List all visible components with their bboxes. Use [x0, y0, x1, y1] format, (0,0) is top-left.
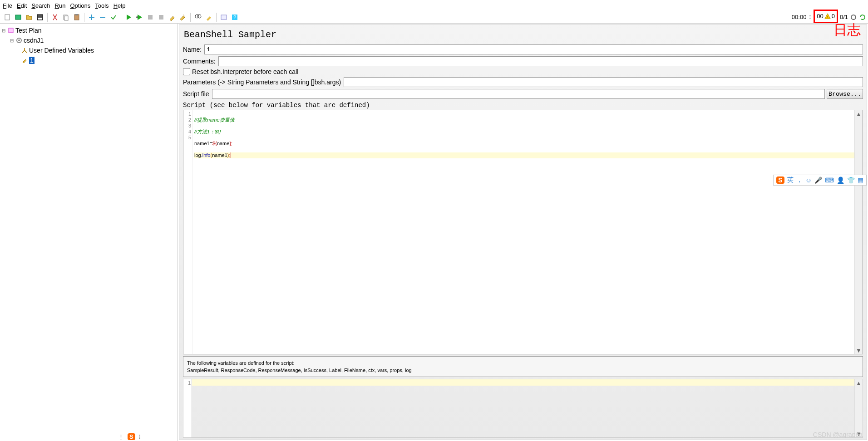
svg-point-12 [197, 15, 201, 18]
svg-text:!: ! [827, 15, 828, 19]
cut-icon[interactable] [50, 13, 59, 22]
stop-icon[interactable] [146, 13, 155, 22]
ime-mic-icon[interactable]: 🎤 [814, 176, 822, 184]
tree-sampler-label: 1 [29, 57, 35, 64]
taskbar-ime[interactable]: ⋮ S ⁞ [118, 433, 141, 440]
svg-point-20 [18, 39, 20, 41]
open-icon[interactable] [25, 13, 34, 22]
run-notimer-icon[interactable] [135, 13, 144, 22]
editor-code[interactable]: //提取name变量值 //方法1：${} name1=${name}; log… [192, 110, 863, 354]
test-plan-tree: ⊟ Test Plan ⊟ csdnJ1 User Defined Variab… [0, 24, 178, 441]
annotation-rizi: 日志 [833, 21, 861, 39]
clear-icon[interactable] [168, 13, 177, 22]
ime-grid-icon[interactable]: ▦ [858, 176, 863, 184]
thread-count: 0/1 [840, 14, 848, 20]
svg-point-17 [851, 15, 856, 20]
log-panel: 1 ▲ ▼ [183, 379, 863, 438]
ime-user-icon[interactable]: 👤 [837, 176, 844, 184]
script-editor[interactable]: 12345 //提取name变量值 //方法1：${} name1=${name… [183, 110, 863, 354]
svg-rect-18 [9, 28, 13, 33]
tree-udv-label: User Defined Variables [29, 47, 94, 54]
reset-search-icon[interactable] [204, 13, 213, 22]
log-scrollbar[interactable]: ▲ ▼ [854, 379, 863, 437]
ime-keyboard-icon[interactable]: ⌨ [825, 176, 834, 184]
svg-rect-10 [159, 15, 163, 20]
warning-icon: ! [824, 13, 831, 20]
log-body[interactable]: ▲ ▼ [192, 379, 863, 438]
menu-options[interactable]: Options [70, 2, 90, 9]
params-label: Parameters (-> String Parameters and Str… [183, 78, 341, 86]
variables-note: The following variables are defined for … [183, 356, 863, 377]
ime-skin-icon[interactable]: 👕 [847, 176, 855, 184]
svg-rect-3 [38, 18, 42, 20]
ime-toolbar[interactable]: S 英 ， ☺ 🎤 ⌨ 👤 👕 ▦ [773, 175, 867, 186]
svg-rect-5 [64, 16, 68, 20]
log-gutter: 1 [183, 379, 192, 438]
templates-icon[interactable] [14, 13, 23, 22]
menu-help[interactable]: Help [113, 2, 126, 9]
run-icon[interactable] [124, 13, 133, 22]
ime-face-icon[interactable]: ☺ [805, 176, 812, 184]
name-label: Name: [183, 46, 202, 53]
svg-rect-1 [15, 15, 21, 20]
name-input[interactable] [204, 44, 863, 54]
menu-file[interactable]: File [3, 2, 12, 9]
menubar: File Edit Search Run Options Tools Help [0, 0, 868, 11]
ime-logo-icon: S [128, 433, 135, 440]
comments-input[interactable] [218, 56, 863, 66]
menu-tools[interactable]: Tools [95, 2, 108, 9]
tree-root[interactable]: ⊟ Test Plan [1, 25, 177, 35]
collapse-icon[interactable] [98, 13, 107, 22]
shutdown-icon[interactable] [157, 13, 166, 22]
elapsed-time: 00:00 [792, 14, 807, 20]
search-icon[interactable] [193, 13, 202, 22]
scriptfile-input[interactable] [212, 89, 825, 99]
copy-icon[interactable] [61, 13, 70, 22]
browse-button[interactable]: Browse... [827, 89, 863, 99]
tree-thread-label: csdnJ1 [24, 37, 44, 44]
reset-checkbox[interactable] [183, 68, 190, 75]
svg-rect-9 [148, 15, 153, 20]
editor-gutter: 12345 [183, 110, 192, 354]
scroll-up-icon[interactable]: ▲ [855, 110, 863, 118]
script-label: Script (see below for variables that are… [179, 100, 867, 110]
comments-label: Comments: [183, 58, 216, 65]
svg-rect-7 [75, 14, 78, 15]
ime-punct[interactable]: ， [796, 176, 803, 184]
paste-icon[interactable] [72, 13, 81, 22]
refresh-icon[interactable] [859, 14, 866, 21]
scriptfile-label: Script file [183, 90, 209, 98]
svg-point-8 [136, 16, 138, 18]
scroll-down-icon[interactable]: ▼ [855, 347, 863, 354]
ime-logo-icon: S [776, 176, 784, 184]
ime-lang[interactable]: 英 [787, 176, 794, 184]
sampler-panel: BeanShell Sampler Name: Comments: Reset … [179, 24, 867, 440]
tree-udv[interactable]: User Defined Variables [1, 45, 177, 55]
function-icon[interactable] [219, 13, 228, 22]
menu-search[interactable]: Search [31, 2, 50, 9]
help-icon[interactable]: ? [230, 13, 239, 22]
svg-rect-13 [221, 15, 227, 20]
params-input[interactable] [344, 77, 863, 87]
reset-label: Reset bsh.Interpreter before each call [192, 68, 298, 75]
tree-sampler[interactable]: 1 [1, 55, 177, 65]
tree-thread-group[interactable]: ⊟ csdnJ1 [1, 35, 177, 45]
toolbar: ? 00:00:00 ! 0 0/1 [0, 11, 868, 24]
expand-icon[interactable] [87, 13, 96, 22]
clearall-icon[interactable] [178, 13, 187, 22]
scroll-up-icon[interactable]: ▲ [855, 379, 863, 387]
tree-root-label: Test Plan [15, 27, 42, 34]
watermark: CSDN @agrapea [813, 431, 863, 438]
menu-run[interactable]: Run [55, 2, 66, 9]
toggle-icon[interactable] [109, 13, 118, 22]
gear-icon[interactable] [850, 14, 857, 21]
editor-scrollbar[interactable]: ▲ ▼ [854, 110, 863, 354]
menu-edit[interactable]: Edit [17, 2, 27, 9]
panel-title: BeanShell Sampler [179, 25, 867, 44]
save-icon[interactable] [35, 13, 44, 22]
new-icon[interactable] [3, 13, 12, 22]
svg-text:?: ? [233, 15, 236, 20]
svg-rect-0 [5, 15, 10, 20]
